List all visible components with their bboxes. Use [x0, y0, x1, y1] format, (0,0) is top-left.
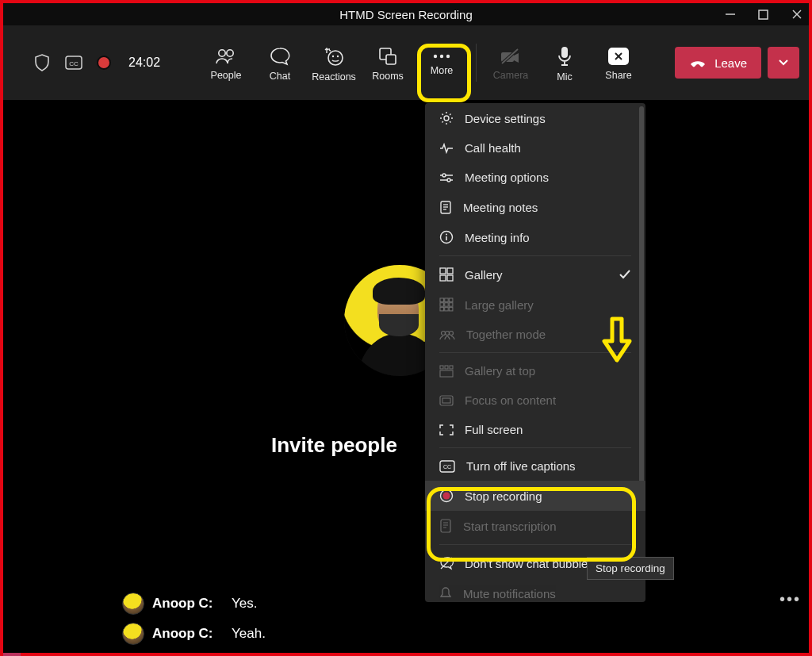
mic-label: Mic [557, 71, 572, 82]
caption-row: Anoop C: Yeah. [122, 623, 598, 645]
menu-divider [439, 447, 631, 448]
gallery-top-icon [439, 365, 454, 378]
menu-label: Meeting options [465, 171, 549, 184]
svg-rect-39 [449, 298, 453, 302]
notes-icon [439, 200, 452, 214]
maximize-button[interactable] [758, 10, 771, 20]
menu-meeting-notes[interactable]: Meeting notes [425, 192, 645, 222]
mic-button[interactable]: Mic [540, 43, 589, 82]
focus-icon [439, 395, 454, 406]
svg-point-13 [434, 55, 437, 58]
people-button[interactable]: People [201, 43, 251, 82]
menu-stop-recording[interactable]: Stop recording [425, 481, 645, 511]
svg-rect-49 [440, 366, 443, 369]
share-button[interactable]: Share [594, 43, 643, 82]
more-label: More [431, 65, 453, 76]
toolbar-separator [476, 44, 477, 82]
camera-button[interactable]: Camera [486, 43, 535, 82]
svg-rect-18 [561, 47, 568, 58]
svg-rect-44 [445, 307, 449, 311]
menu-label: Call health [465, 141, 521, 155]
reactions-button[interactable]: Reactions [309, 43, 358, 82]
svg-point-10 [337, 56, 339, 57]
caption-avatar [122, 593, 144, 615]
svg-point-31 [446, 234, 447, 236]
menu-label: Focus on content [465, 393, 556, 407]
menu-label: Full screen [465, 423, 523, 436]
info-icon [439, 230, 454, 244]
menu-label: Start transcription [463, 520, 557, 533]
svg-rect-35 [440, 275, 446, 281]
svg-point-48 [450, 331, 454, 335]
menu-label: Meeting info [465, 231, 530, 244]
camera-label: Camera [493, 70, 528, 81]
close-button[interactable] [791, 9, 804, 20]
menu-full-screen[interactable]: Full screen [425, 415, 645, 444]
menu-mute-notifications[interactable]: Mute notifications [425, 578, 645, 602]
svg-point-46 [442, 331, 446, 335]
checkmark-icon [619, 269, 631, 280]
menu-focus-on-content: Focus on content [425, 386, 645, 415]
rooms-button[interactable]: Rooms [363, 43, 412, 82]
together-icon [439, 329, 455, 340]
menu-turn-off-captions[interactable]: CC Turn off live captions [425, 451, 645, 481]
chat-button[interactable]: Chat [255, 43, 304, 82]
menu-start-transcription: Start transcription [425, 511, 645, 541]
svg-rect-37 [440, 298, 444, 302]
menu-label: Gallery [465, 268, 503, 282]
leave-button[interactable]: Leave [675, 47, 761, 79]
hangup-icon [689, 57, 707, 68]
caption-speaker: Anoop C: [152, 596, 219, 612]
more-dropdown-menu: Device settings Call health Meeting opti… [425, 103, 645, 602]
window-title: HTMD Screen Recording [339, 8, 473, 21]
svg-point-9 [332, 56, 334, 57]
health-icon [439, 143, 454, 154]
menu-divider [439, 352, 631, 353]
captions-indicator-icon[interactable]: CC [65, 56, 82, 70]
overflow-button[interactable]: ••• [779, 590, 801, 608]
svg-text:CC: CC [443, 464, 451, 470]
menu-label: Together mode [466, 328, 546, 341]
caption-speaker: Anoop C: [152, 626, 219, 642]
svg-rect-51 [450, 366, 453, 369]
svg-rect-41 [445, 303, 449, 307]
titlebar: HTMD Screen Recording [3, 3, 809, 25]
rooms-icon [378, 47, 397, 66]
more-button[interactable]: More [417, 43, 466, 82]
svg-rect-12 [386, 55, 396, 64]
menu-meeting-info[interactable]: Meeting info [425, 222, 645, 252]
menu-meeting-options[interactable]: Meeting options [425, 163, 645, 192]
menu-gallery[interactable]: Gallery [425, 259, 645, 290]
caption-text: Yeah. [232, 626, 266, 642]
menu-call-health[interactable]: Call health [425, 133, 645, 163]
sliders-icon [439, 172, 454, 183]
chat-label: Chat [270, 71, 290, 82]
svg-rect-52 [440, 370, 453, 377]
fullscreen-icon [439, 424, 454, 435]
svg-rect-54 [442, 398, 450, 403]
caption-text: Yes. [232, 596, 257, 612]
camera-off-icon [500, 48, 521, 65]
svg-point-6 [219, 50, 225, 56]
menu-label: Mute notifications [463, 587, 556, 600]
minimize-button[interactable] [725, 9, 737, 20]
more-icon [431, 52, 453, 60]
menu-gallery-at-top: Gallery at top [425, 356, 645, 386]
menu-label: Large gallery [465, 298, 534, 312]
rooms-label: Rooms [372, 71, 404, 82]
svg-point-25 [447, 178, 450, 182]
chat-off-icon [439, 556, 454, 570]
menu-large-gallery: Large gallery [425, 290, 645, 320]
menu-device-settings[interactable]: Device settings [425, 103, 645, 133]
svg-rect-43 [440, 307, 444, 311]
call-timer: 24:02 [128, 56, 160, 70]
menu-label: Turn off live captions [466, 459, 576, 473]
shield-icon[interactable] [33, 53, 51, 72]
chevron-down-icon [778, 59, 789, 67]
svg-rect-38 [445, 298, 449, 302]
leave-dropdown-button[interactable] [768, 47, 799, 79]
reactions-icon [324, 46, 344, 67]
large-gallery-icon [439, 297, 454, 312]
tooltip: Stop recording [587, 557, 674, 580]
meeting-stage: Invite people Device settings Call healt… [3, 100, 809, 653]
